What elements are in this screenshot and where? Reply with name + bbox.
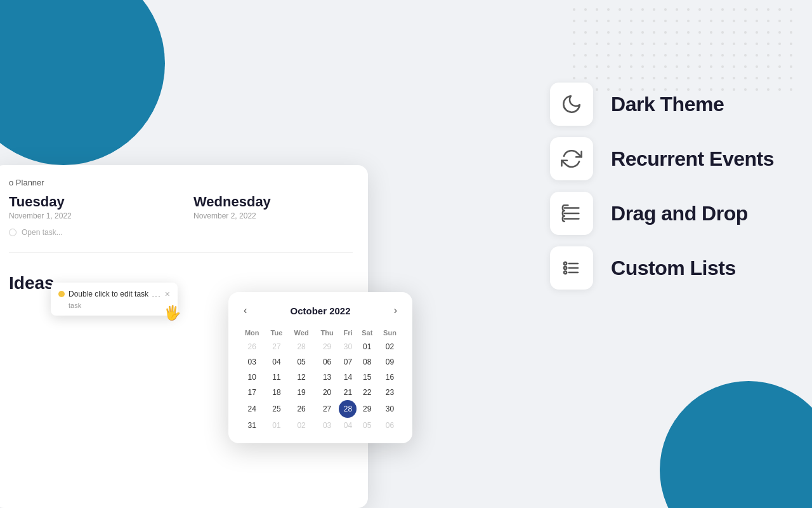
calendar-day[interactable]: 11 bbox=[265, 370, 287, 385]
calendar-weekdays: MonTueWedThuFriSatSun bbox=[239, 326, 402, 339]
svg-point-80 bbox=[573, 54, 575, 57]
feature-recurrent-events: Recurrent Events bbox=[550, 137, 774, 180]
calendar-day[interactable]: 10 bbox=[239, 370, 265, 385]
calendar-day[interactable]: 15 bbox=[357, 370, 377, 385]
calendar-day[interactable]: 09 bbox=[377, 354, 402, 370]
svg-point-57 bbox=[767, 31, 769, 34]
svg-point-24 bbox=[619, 20, 621, 22]
svg-point-84 bbox=[619, 54, 621, 57]
calendar-day[interactable]: 04 bbox=[265, 354, 287, 370]
calendar-day[interactable]: 04 bbox=[339, 418, 357, 433]
svg-point-73 bbox=[721, 43, 724, 45]
svg-point-85 bbox=[630, 54, 632, 57]
calendar-day[interactable]: 29 bbox=[315, 339, 339, 354]
svg-point-130 bbox=[687, 77, 690, 79]
calendar-day[interactable]: 01 bbox=[357, 339, 377, 354]
svg-point-132 bbox=[710, 77, 712, 79]
calendar-day[interactable]: 20 bbox=[315, 385, 339, 400]
task-dot-yellow bbox=[58, 291, 65, 297]
svg-point-70 bbox=[687, 43, 690, 45]
svg-point-90 bbox=[687, 54, 690, 57]
tuesday-column: Tuesday November 1, 2022 Open task... bbox=[9, 194, 168, 242]
calendar-day[interactable]: 29 bbox=[357, 400, 377, 418]
svg-point-8 bbox=[664, 8, 667, 11]
list-icon bbox=[561, 257, 582, 279]
calendar-day[interactable]: 28 bbox=[288, 339, 315, 354]
layers-icon bbox=[561, 203, 582, 224]
calendar-day[interactable]: 21 bbox=[339, 385, 357, 400]
task-close-icon[interactable]: × bbox=[165, 289, 170, 299]
svg-point-69 bbox=[676, 43, 678, 45]
svg-point-3 bbox=[607, 8, 610, 11]
calendar-day[interactable]: 12 bbox=[288, 370, 315, 385]
svg-point-62 bbox=[596, 43, 598, 45]
calendar-weekday: Tue bbox=[265, 326, 287, 339]
calendar-day[interactable]: 01 bbox=[265, 418, 287, 433]
dark-theme-icon-box bbox=[550, 83, 593, 126]
svg-point-79 bbox=[790, 43, 792, 45]
calendar-day[interactable]: 07 bbox=[339, 354, 357, 370]
calendar-day[interactable]: 03 bbox=[239, 354, 265, 370]
svg-point-32 bbox=[710, 20, 712, 22]
calendar-day[interactable]: 13 bbox=[315, 370, 339, 385]
calendar-day[interactable]: 27 bbox=[315, 400, 339, 418]
svg-point-103 bbox=[607, 65, 610, 68]
calendar-day[interactable]: 19 bbox=[288, 385, 315, 400]
calendar-day[interactable]: 16 bbox=[377, 370, 402, 385]
svg-point-106 bbox=[641, 65, 644, 68]
svg-point-50 bbox=[687, 31, 690, 34]
calendar-day[interactable]: 18 bbox=[265, 385, 287, 400]
calendar-day[interactable]: 24 bbox=[239, 400, 265, 418]
svg-point-11 bbox=[698, 8, 701, 11]
svg-point-128 bbox=[664, 77, 667, 79]
svg-point-138 bbox=[778, 77, 781, 79]
calendar-day[interactable]: 22 bbox=[357, 385, 377, 400]
svg-point-134 bbox=[733, 77, 735, 79]
calendar-day[interactable]: 02 bbox=[288, 418, 315, 433]
calendar-day[interactable]: 05 bbox=[288, 354, 315, 370]
svg-point-104 bbox=[619, 65, 621, 68]
recurrent-events-icon-box bbox=[550, 137, 593, 180]
calendar-day[interactable]: 26 bbox=[288, 400, 315, 418]
calendar-day[interactable]: 06 bbox=[377, 418, 402, 433]
calendar-day[interactable]: 23 bbox=[377, 385, 402, 400]
calendar-week-row: 17181920212223 bbox=[239, 385, 402, 400]
calendar-day[interactable]: 14 bbox=[339, 370, 357, 385]
svg-point-60 bbox=[573, 43, 575, 45]
wednesday-name: Wednesday bbox=[193, 194, 353, 210]
svg-point-52 bbox=[710, 31, 712, 34]
svg-point-158 bbox=[778, 88, 781, 91]
calendar-next-button[interactable]: › bbox=[389, 302, 402, 319]
svg-point-112 bbox=[710, 65, 712, 68]
calendar-day[interactable]: 02 bbox=[377, 339, 402, 354]
svg-point-113 bbox=[721, 65, 724, 68]
svg-point-61 bbox=[584, 43, 587, 45]
calendar-day[interactable]: 17 bbox=[239, 385, 265, 400]
svg-point-63 bbox=[607, 43, 610, 45]
svg-point-14 bbox=[733, 8, 735, 11]
svg-point-44 bbox=[619, 31, 621, 34]
svg-point-48 bbox=[664, 31, 667, 34]
svg-point-36 bbox=[756, 20, 758, 22]
calendar-day[interactable]: 03 bbox=[315, 418, 339, 433]
calendar-day[interactable]: 26 bbox=[239, 339, 265, 354]
calendar-day[interactable]: 30 bbox=[377, 400, 402, 418]
calendar-day[interactable]: 31 bbox=[239, 418, 265, 433]
bg-circle-top-left bbox=[0, 0, 165, 165]
planner-columns: Tuesday November 1, 2022 Open task... We… bbox=[0, 194, 368, 242]
svg-point-95 bbox=[744, 54, 747, 57]
calendar-day[interactable]: 08 bbox=[357, 354, 377, 370]
calendar-prev-button[interactable]: ‹ bbox=[239, 302, 252, 319]
calendar-day[interactable]: 28 bbox=[339, 400, 357, 418]
calendar-day[interactable]: 30 bbox=[339, 339, 357, 354]
wednesday-column: Wednesday November 2, 2022 bbox=[193, 194, 353, 242]
task-card-actions: ... × bbox=[152, 289, 170, 299]
svg-point-67 bbox=[653, 43, 655, 45]
task-more-icon[interactable]: ... bbox=[152, 289, 161, 299]
open-task-circle bbox=[9, 229, 16, 236]
calendar-day[interactable]: 25 bbox=[265, 400, 287, 418]
svg-point-101 bbox=[584, 65, 587, 68]
calendar-day[interactable]: 05 bbox=[357, 418, 377, 433]
calendar-day[interactable]: 27 bbox=[265, 339, 287, 354]
calendar-day[interactable]: 06 bbox=[315, 354, 339, 370]
